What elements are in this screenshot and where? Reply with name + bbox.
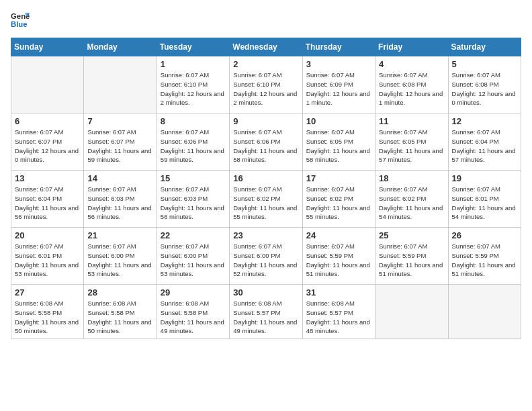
calendar-cell: 26Sunrise: 6:07 AM Sunset: 5:59 PM Dayli…: [448, 228, 521, 285]
day-number: 28: [87, 287, 152, 298]
calendar-cell: 20Sunrise: 6:07 AM Sunset: 6:01 PM Dayli…: [11, 228, 84, 285]
day-info: Sunrise: 6:08 AM Sunset: 5:57 PM Dayligh…: [233, 299, 298, 336]
day-number: 7: [87, 116, 152, 126]
day-info: Sunrise: 6:07 AM Sunset: 6:05 PM Dayligh…: [379, 128, 444, 165]
day-number: 18: [379, 173, 444, 183]
day-number: 8: [161, 116, 226, 126]
day-number: 15: [161, 173, 226, 183]
day-info: Sunrise: 6:07 AM Sunset: 6:02 PM Dayligh…: [379, 185, 444, 222]
calendar-cell: 1Sunrise: 6:07 AM Sunset: 6:10 PM Daylig…: [157, 56, 229, 113]
calendar-cell: 4Sunrise: 6:07 AM Sunset: 6:08 PM Daylig…: [375, 56, 448, 113]
day-number: 25: [379, 230, 444, 240]
day-info: Sunrise: 6:07 AM Sunset: 6:01 PM Dayligh…: [15, 242, 80, 279]
day-number: 21: [87, 230, 152, 240]
calendar-cell: 9Sunrise: 6:07 AM Sunset: 6:06 PM Daylig…: [230, 113, 302, 171]
calendar-cell: 19Sunrise: 6:07 AM Sunset: 6:01 PM Dayli…: [448, 171, 521, 228]
calendar-cell: 14Sunrise: 6:07 AM Sunset: 6:03 PM Dayli…: [84, 171, 157, 228]
calendar-cell: 21Sunrise: 6:07 AM Sunset: 6:00 PM Dayli…: [84, 228, 157, 285]
calendar-cell: 15Sunrise: 6:07 AM Sunset: 6:03 PM Dayli…: [157, 171, 229, 228]
day-info: Sunrise: 6:07 AM Sunset: 6:06 PM Dayligh…: [161, 128, 226, 165]
day-number: 3: [306, 59, 371, 69]
calendar-cell: 11Sunrise: 6:07 AM Sunset: 6:05 PM Dayli…: [375, 113, 448, 171]
calendar-table: SundayMondayTuesdayWednesdayThursdayFrid…: [11, 38, 521, 339]
logo: General Blue: [11, 11, 32, 30]
day-info: Sunrise: 6:07 AM Sunset: 6:01 PM Dayligh…: [452, 185, 517, 222]
day-info: Sunrise: 6:08 AM Sunset: 5:58 PM Dayligh…: [15, 299, 80, 336]
header-cell-friday: Friday: [375, 38, 448, 56]
day-number: 24: [306, 230, 371, 240]
day-number: 5: [452, 59, 517, 69]
day-info: Sunrise: 6:07 AM Sunset: 6:10 PM Dayligh…: [233, 71, 298, 107]
calendar-cell: 3Sunrise: 6:07 AM Sunset: 6:09 PM Daylig…: [302, 56, 375, 113]
day-info: Sunrise: 6:07 AM Sunset: 6:10 PM Dayligh…: [161, 71, 226, 107]
calendar-header-row: SundayMondayTuesdayWednesdayThursdayFrid…: [11, 38, 521, 56]
day-number: 11: [379, 116, 444, 126]
calendar-cell: 27Sunrise: 6:08 AM Sunset: 5:58 PM Dayli…: [11, 285, 84, 339]
day-info: Sunrise: 6:07 AM Sunset: 6:03 PM Dayligh…: [87, 185, 152, 222]
day-info: Sunrise: 6:07 AM Sunset: 6:07 PM Dayligh…: [15, 128, 80, 165]
day-number: 4: [379, 59, 444, 69]
header-cell-sunday: Sunday: [11, 38, 84, 56]
day-number: 1: [161, 59, 226, 69]
header-cell-wednesday: Wednesday: [230, 38, 302, 56]
day-number: 2: [233, 59, 298, 69]
day-info: Sunrise: 6:07 AM Sunset: 5:59 PM Dayligh…: [379, 242, 444, 279]
calendar-cell: 6Sunrise: 6:07 AM Sunset: 6:07 PM Daylig…: [11, 113, 84, 171]
calendar-cell: 5Sunrise: 6:07 AM Sunset: 6:08 PM Daylig…: [448, 56, 521, 113]
calendar-week-row: 27Sunrise: 6:08 AM Sunset: 5:58 PM Dayli…: [11, 285, 521, 339]
day-number: 19: [452, 173, 517, 183]
day-info: Sunrise: 6:08 AM Sunset: 5:58 PM Dayligh…: [87, 299, 152, 336]
day-number: 26: [452, 230, 517, 240]
header-cell-monday: Monday: [84, 38, 157, 56]
calendar-week-row: 20Sunrise: 6:07 AM Sunset: 6:01 PM Dayli…: [11, 228, 521, 285]
day-number: 14: [87, 173, 152, 183]
calendar-cell: [375, 285, 448, 339]
page-header: General Blue: [11, 11, 521, 30]
day-info: Sunrise: 6:07 AM Sunset: 6:00 PM Dayligh…: [87, 242, 152, 279]
calendar-cell: 30Sunrise: 6:08 AM Sunset: 5:57 PM Dayli…: [230, 285, 302, 339]
day-number: 13: [15, 173, 80, 183]
day-number: 10: [306, 116, 371, 126]
calendar-cell: 22Sunrise: 6:07 AM Sunset: 6:00 PM Dayli…: [157, 228, 229, 285]
day-number: 20: [15, 230, 80, 240]
day-info: Sunrise: 6:07 AM Sunset: 6:00 PM Dayligh…: [233, 242, 298, 279]
day-number: 12: [452, 116, 517, 126]
header-cell-saturday: Saturday: [448, 38, 521, 56]
day-number: 22: [161, 230, 226, 240]
day-info: Sunrise: 6:07 AM Sunset: 5:59 PM Dayligh…: [452, 242, 517, 279]
day-number: 30: [233, 287, 298, 298]
logo-icon: General Blue: [11, 11, 30, 30]
calendar-week-row: 13Sunrise: 6:07 AM Sunset: 6:04 PM Dayli…: [11, 171, 521, 228]
day-info: Sunrise: 6:07 AM Sunset: 6:04 PM Dayligh…: [452, 128, 517, 165]
day-info: Sunrise: 6:07 AM Sunset: 6:05 PM Dayligh…: [306, 128, 371, 165]
day-info: Sunrise: 6:07 AM Sunset: 5:59 PM Dayligh…: [306, 242, 371, 279]
day-info: Sunrise: 6:07 AM Sunset: 6:02 PM Dayligh…: [306, 185, 371, 222]
calendar-cell: 7Sunrise: 6:07 AM Sunset: 6:07 PM Daylig…: [84, 113, 157, 171]
calendar-cell: 28Sunrise: 6:08 AM Sunset: 5:58 PM Dayli…: [84, 285, 157, 339]
calendar-cell: 2Sunrise: 6:07 AM Sunset: 6:10 PM Daylig…: [230, 56, 302, 113]
calendar-cell: 24Sunrise: 6:07 AM Sunset: 5:59 PM Dayli…: [302, 228, 375, 285]
calendar-cell: 16Sunrise: 6:07 AM Sunset: 6:02 PM Dayli…: [230, 171, 302, 228]
day-number: 16: [233, 173, 298, 183]
day-number: 23: [233, 230, 298, 240]
day-info: Sunrise: 6:08 AM Sunset: 5:57 PM Dayligh…: [306, 299, 371, 336]
calendar-cell: 23Sunrise: 6:07 AM Sunset: 6:00 PM Dayli…: [230, 228, 302, 285]
calendar-cell: [448, 285, 521, 339]
calendar-cell: 12Sunrise: 6:07 AM Sunset: 6:04 PM Dayli…: [448, 113, 521, 171]
calendar-cell: 29Sunrise: 6:08 AM Sunset: 5:58 PM Dayli…: [157, 285, 229, 339]
day-info: Sunrise: 6:07 AM Sunset: 6:09 PM Dayligh…: [306, 71, 371, 107]
day-info: Sunrise: 6:07 AM Sunset: 6:07 PM Dayligh…: [87, 128, 152, 165]
day-number: 17: [306, 173, 371, 183]
calendar-cell: 17Sunrise: 6:07 AM Sunset: 6:02 PM Dayli…: [302, 171, 375, 228]
day-info: Sunrise: 6:07 AM Sunset: 6:00 PM Dayligh…: [161, 242, 226, 279]
day-number: 31: [306, 287, 371, 298]
calendar-cell: 18Sunrise: 6:07 AM Sunset: 6:02 PM Dayli…: [375, 171, 448, 228]
calendar-cell: 13Sunrise: 6:07 AM Sunset: 6:04 PM Dayli…: [11, 171, 84, 228]
day-info: Sunrise: 6:07 AM Sunset: 6:06 PM Dayligh…: [233, 128, 298, 165]
day-number: 9: [233, 116, 298, 126]
calendar-week-row: 6Sunrise: 6:07 AM Sunset: 6:07 PM Daylig…: [11, 113, 521, 171]
day-info: Sunrise: 6:07 AM Sunset: 6:04 PM Dayligh…: [15, 185, 80, 222]
day-info: Sunrise: 6:07 AM Sunset: 6:08 PM Dayligh…: [452, 71, 517, 107]
header-cell-thursday: Thursday: [302, 38, 375, 56]
header-cell-tuesday: Tuesday: [157, 38, 229, 56]
